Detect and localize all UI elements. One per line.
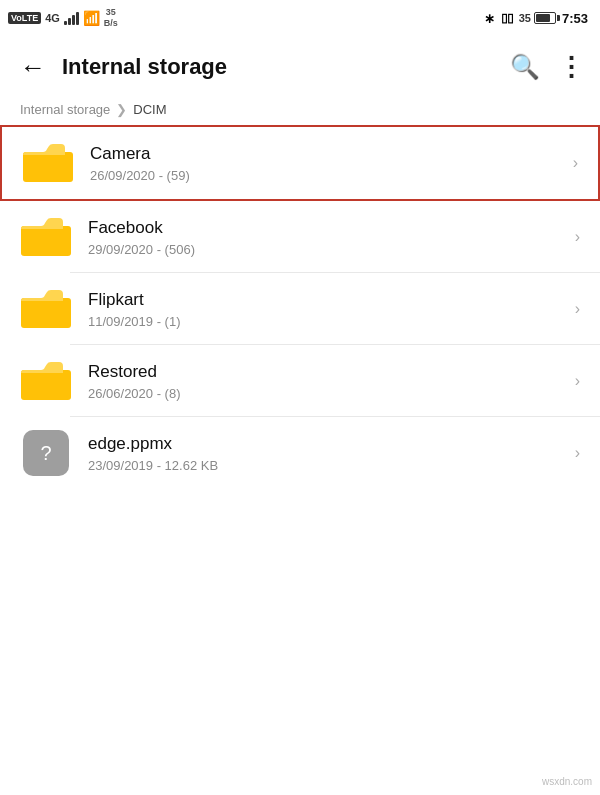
list-item[interactable]: Facebook29/09/2020 - (506)› — [0, 201, 600, 273]
signal-4g: 4G — [45, 12, 60, 24]
folder-info: Restored26/06/2020 - (8) — [88, 361, 567, 400]
breadcrumb: Internal storage ❯ DCIM — [0, 98, 600, 125]
svg-rect-1 — [21, 226, 71, 256]
volte-badge: VoLTE — [8, 12, 41, 24]
signal-bar-3 — [72, 15, 75, 25]
battery-container: 35 — [519, 12, 556, 24]
chevron-right-icon: › — [575, 228, 580, 246]
list-item[interactable]: Camera26/09/2020 - (59)› — [0, 125, 600, 201]
vibrate-icon: ▯▯ — [501, 11, 513, 25]
app-bar-icons: 🔍 ⋮ — [510, 52, 584, 83]
folder-meta: 26/09/2020 - (59) — [90, 168, 565, 183]
chevron-right-icon: › — [575, 372, 580, 390]
battery-fill — [536, 14, 550, 22]
unknown-file-icon: ? — [23, 430, 69, 476]
folder-info: Flipkart11/09/2019 - (1) — [88, 289, 567, 328]
wifi-icon: 📶 — [83, 10, 100, 26]
status-left: VoLTE 4G 📶 35 B/s — [8, 7, 118, 29]
signal-bar-4 — [76, 12, 79, 25]
file-icon: ? — [20, 431, 72, 475]
list-item[interactable]: Restored26/06/2020 - (8)› — [0, 345, 600, 417]
svg-rect-2 — [21, 298, 71, 328]
folder-icon — [20, 287, 72, 331]
status-right: ∗ ▯▯ 35 7:53 — [484, 11, 588, 26]
signal-bar-1 — [64, 21, 67, 25]
list-item[interactable]: Flipkart11/09/2019 - (1)› — [0, 273, 600, 345]
folder-icon — [20, 215, 72, 259]
back-button[interactable]: ← — [16, 48, 50, 87]
page-title: Internal storage — [62, 54, 498, 80]
battery-percent: 35 — [519, 12, 531, 24]
folder-meta: 23/09/2019 - 12.62 KB — [88, 458, 567, 473]
status-bar: VoLTE 4G 📶 35 B/s ∗ ▯▯ 35 7:53 — [0, 0, 600, 36]
svg-rect-3 — [21, 370, 71, 400]
folder-meta: 11/09/2019 - (1) — [88, 314, 567, 329]
folder-info: Facebook29/09/2020 - (506) — [88, 217, 567, 256]
chevron-right-icon: › — [575, 300, 580, 318]
folder-name: Camera — [90, 143, 565, 165]
folder-icon — [22, 141, 74, 185]
battery-icon — [534, 12, 556, 24]
list-item[interactable]: ?edge.ppmx23/09/2019 - 12.62 KB› — [0, 417, 600, 489]
folder-list: Camera26/09/2020 - (59)›Facebook29/09/20… — [0, 125, 600, 489]
signal-bars — [64, 11, 79, 25]
breadcrumb-separator: ❯ — [116, 102, 127, 117]
folder-meta: 29/09/2020 - (506) — [88, 242, 567, 257]
folder-name: Restored — [88, 361, 567, 383]
signal-bar-2 — [68, 18, 71, 25]
time-display: 7:53 — [562, 11, 588, 26]
folder-name: Facebook — [88, 217, 567, 239]
more-options-icon[interactable]: ⋮ — [558, 52, 584, 83]
search-icon[interactable]: 🔍 — [510, 53, 540, 81]
watermark: wsxdn.com — [542, 776, 592, 787]
folder-name: Flipkart — [88, 289, 567, 311]
folder-name: edge.ppmx — [88, 433, 567, 455]
folder-icon — [20, 359, 72, 403]
chevron-right-icon: › — [575, 444, 580, 462]
breadcrumb-current: DCIM — [133, 102, 166, 117]
folder-meta: 26/06/2020 - (8) — [88, 386, 567, 401]
bluetooth-icon: ∗ — [484, 11, 495, 26]
folder-info: edge.ppmx23/09/2019 - 12.62 KB — [88, 433, 567, 472]
breadcrumb-root[interactable]: Internal storage — [20, 102, 110, 117]
folder-info: Camera26/09/2020 - (59) — [90, 143, 565, 182]
speed-text: 35 B/s — [104, 7, 118, 29]
app-bar: ← Internal storage 🔍 ⋮ — [0, 36, 600, 98]
chevron-right-icon: › — [573, 154, 578, 172]
svg-rect-0 — [23, 152, 73, 182]
